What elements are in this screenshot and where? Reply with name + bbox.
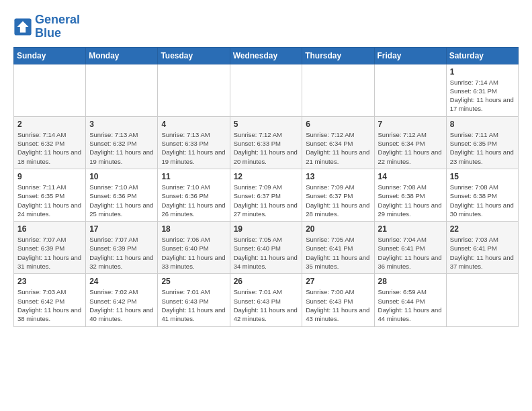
day-info: Sunrise: 7:12 AM Sunset: 6:34 PM Dayligh… <box>306 130 370 166</box>
calendar-cell: 24Sunrise: 7:02 AM Sunset: 6:42 PM Dayli… <box>86 274 158 326</box>
calendar-week-row: 16Sunrise: 7:07 AM Sunset: 6:39 PM Dayli… <box>14 222 519 274</box>
logo-text: General Blue <box>35 13 80 40</box>
weekday-header: Monday <box>86 47 158 64</box>
calendar-cell: 17Sunrise: 7:07 AM Sunset: 6:39 PM Dayli… <box>86 222 158 274</box>
day-info: Sunrise: 7:10 AM Sunset: 6:36 PM Dayligh… <box>161 183 226 218</box>
day-info: Sunrise: 7:01 AM Sunset: 6:43 PM Dayligh… <box>234 287 299 323</box>
calendar-cell: 18Sunrise: 7:06 AM Sunset: 6:40 PM Dayli… <box>158 222 230 274</box>
day-number: 11 <box>161 172 226 181</box>
calendar-cell: 28Sunrise: 6:59 AM Sunset: 6:44 PM Dayli… <box>374 274 446 326</box>
calendar-cell: 13Sunrise: 7:09 AM Sunset: 6:37 PM Dayli… <box>302 169 374 221</box>
day-info: Sunrise: 7:09 AM Sunset: 6:37 PM Dayligh… <box>234 183 299 218</box>
day-number: 19 <box>234 224 299 234</box>
day-number: 18 <box>161 224 226 234</box>
day-number: 14 <box>378 172 443 181</box>
day-info: Sunrise: 7:14 AM Sunset: 6:31 PM Dayligh… <box>450 78 515 113</box>
day-number: 21 <box>378 224 443 234</box>
calendar-cell: 19Sunrise: 7:05 AM Sunset: 6:40 PM Dayli… <box>230 222 302 274</box>
day-number: 27 <box>306 277 370 286</box>
day-info: Sunrise: 7:13 AM Sunset: 6:32 PM Dayligh… <box>89 130 154 166</box>
calendar-cell <box>374 64 446 116</box>
calendar-cell: 2Sunrise: 7:14 AM Sunset: 6:32 PM Daylig… <box>14 116 86 169</box>
day-info: Sunrise: 7:00 AM Sunset: 6:43 PM Dayligh… <box>306 287 370 323</box>
day-number: 8 <box>450 120 515 129</box>
calendar-cell <box>230 64 302 116</box>
weekday-header-row: SundayMondayTuesdayWednesdayThursdayFrid… <box>14 47 519 64</box>
day-number: 4 <box>161 120 226 129</box>
calendar-cell: 4Sunrise: 7:13 AM Sunset: 6:33 PM Daylig… <box>158 116 230 169</box>
day-number: 12 <box>234 172 299 181</box>
weekday-header: Saturday <box>446 47 518 64</box>
day-number: 6 <box>306 120 370 129</box>
calendar-week-row: 2Sunrise: 7:14 AM Sunset: 6:32 PM Daylig… <box>14 116 519 169</box>
day-number: 23 <box>17 277 82 286</box>
logo: General Blue <box>13 13 80 40</box>
calendar-cell: 7Sunrise: 7:12 AM Sunset: 6:34 PM Daylig… <box>374 116 446 169</box>
day-info: Sunrise: 7:08 AM Sunset: 6:38 PM Dayligh… <box>378 183 443 218</box>
day-number: 2 <box>17 120 82 129</box>
day-number: 28 <box>378 277 443 286</box>
weekday-header: Friday <box>374 47 446 64</box>
calendar-cell: 23Sunrise: 7:03 AM Sunset: 6:42 PM Dayli… <box>14 274 86 326</box>
calendar-week-row: 9Sunrise: 7:11 AM Sunset: 6:35 PM Daylig… <box>14 169 519 221</box>
calendar-cell <box>158 64 230 116</box>
day-info: Sunrise: 7:11 AM Sunset: 6:35 PM Dayligh… <box>17 183 82 218</box>
day-number: 5 <box>234 120 299 129</box>
calendar: SundayMondayTuesdayWednesdayThursdayFrid… <box>13 47 519 327</box>
calendar-cell: 22Sunrise: 7:03 AM Sunset: 6:41 PM Dayli… <box>446 222 518 274</box>
day-number: 7 <box>378 120 443 129</box>
day-info: Sunrise: 7:02 AM Sunset: 6:42 PM Dayligh… <box>89 287 154 323</box>
logo-icon <box>13 17 32 36</box>
day-info: Sunrise: 7:14 AM Sunset: 6:32 PM Dayligh… <box>17 130 82 166</box>
calendar-cell: 15Sunrise: 7:08 AM Sunset: 6:38 PM Dayli… <box>446 169 518 221</box>
day-number: 20 <box>306 224 370 234</box>
day-info: Sunrise: 7:12 AM Sunset: 6:33 PM Dayligh… <box>234 130 299 166</box>
calendar-cell: 3Sunrise: 7:13 AM Sunset: 6:32 PM Daylig… <box>86 116 158 169</box>
calendar-cell: 25Sunrise: 7:01 AM Sunset: 6:43 PM Dayli… <box>158 274 230 326</box>
calendar-cell: 12Sunrise: 7:09 AM Sunset: 6:37 PM Dayli… <box>230 169 302 221</box>
day-number: 22 <box>450 224 515 234</box>
day-info: Sunrise: 7:09 AM Sunset: 6:37 PM Dayligh… <box>306 183 370 218</box>
day-info: Sunrise: 7:13 AM Sunset: 6:33 PM Dayligh… <box>161 130 226 166</box>
calendar-cell <box>446 274 518 326</box>
day-info: Sunrise: 7:07 AM Sunset: 6:39 PM Dayligh… <box>17 235 82 271</box>
weekday-header: Wednesday <box>230 47 302 64</box>
day-number: 24 <box>89 277 154 286</box>
day-number: 25 <box>161 277 226 286</box>
weekday-header: Thursday <box>302 47 374 64</box>
page-header: General Blue <box>13 13 519 40</box>
weekday-header: Sunday <box>14 47 86 64</box>
day-info: Sunrise: 7:08 AM Sunset: 6:38 PM Dayligh… <box>450 183 515 218</box>
day-info: Sunrise: 7:03 AM Sunset: 6:41 PM Dayligh… <box>450 235 515 271</box>
calendar-cell: 10Sunrise: 7:10 AM Sunset: 6:36 PM Dayli… <box>86 169 158 221</box>
calendar-cell: 1Sunrise: 7:14 AM Sunset: 6:31 PM Daylig… <box>446 64 518 116</box>
day-info: Sunrise: 7:05 AM Sunset: 6:41 PM Dayligh… <box>306 235 370 271</box>
day-info: Sunrise: 7:10 AM Sunset: 6:36 PM Dayligh… <box>89 183 154 218</box>
day-info: Sunrise: 6:59 AM Sunset: 6:44 PM Dayligh… <box>378 287 443 323</box>
calendar-cell: 5Sunrise: 7:12 AM Sunset: 6:33 PM Daylig… <box>230 116 302 169</box>
day-number: 10 <box>89 172 154 181</box>
day-info: Sunrise: 7:03 AM Sunset: 6:42 PM Dayligh… <box>17 287 82 323</box>
day-number: 16 <box>17 224 82 234</box>
calendar-week-row: 23Sunrise: 7:03 AM Sunset: 6:42 PM Dayli… <box>14 274 519 326</box>
calendar-cell: 27Sunrise: 7:00 AM Sunset: 6:43 PM Dayli… <box>302 274 374 326</box>
day-number: 26 <box>234 277 299 286</box>
day-number: 9 <box>17 172 82 181</box>
day-info: Sunrise: 7:12 AM Sunset: 6:34 PM Dayligh… <box>378 130 443 166</box>
calendar-cell: 9Sunrise: 7:11 AM Sunset: 6:35 PM Daylig… <box>14 169 86 221</box>
day-info: Sunrise: 7:07 AM Sunset: 6:39 PM Dayligh… <box>89 235 154 271</box>
weekday-header: Tuesday <box>158 47 230 64</box>
calendar-week-row: 1Sunrise: 7:14 AM Sunset: 6:31 PM Daylig… <box>14 64 519 116</box>
day-info: Sunrise: 7:05 AM Sunset: 6:40 PM Dayligh… <box>234 235 299 271</box>
day-number: 13 <box>306 172 370 181</box>
calendar-cell: 20Sunrise: 7:05 AM Sunset: 6:41 PM Dayli… <box>302 222 374 274</box>
day-info: Sunrise: 7:04 AM Sunset: 6:41 PM Dayligh… <box>378 235 443 271</box>
day-info: Sunrise: 7:01 AM Sunset: 6:43 PM Dayligh… <box>161 287 226 323</box>
calendar-cell: 21Sunrise: 7:04 AM Sunset: 6:41 PM Dayli… <box>374 222 446 274</box>
day-number: 3 <box>89 120 154 129</box>
calendar-cell: 26Sunrise: 7:01 AM Sunset: 6:43 PM Dayli… <box>230 274 302 326</box>
day-number: 1 <box>450 67 515 77</box>
day-number: 17 <box>89 224 154 234</box>
calendar-cell: 16Sunrise: 7:07 AM Sunset: 6:39 PM Dayli… <box>14 222 86 274</box>
calendar-cell <box>14 64 86 116</box>
